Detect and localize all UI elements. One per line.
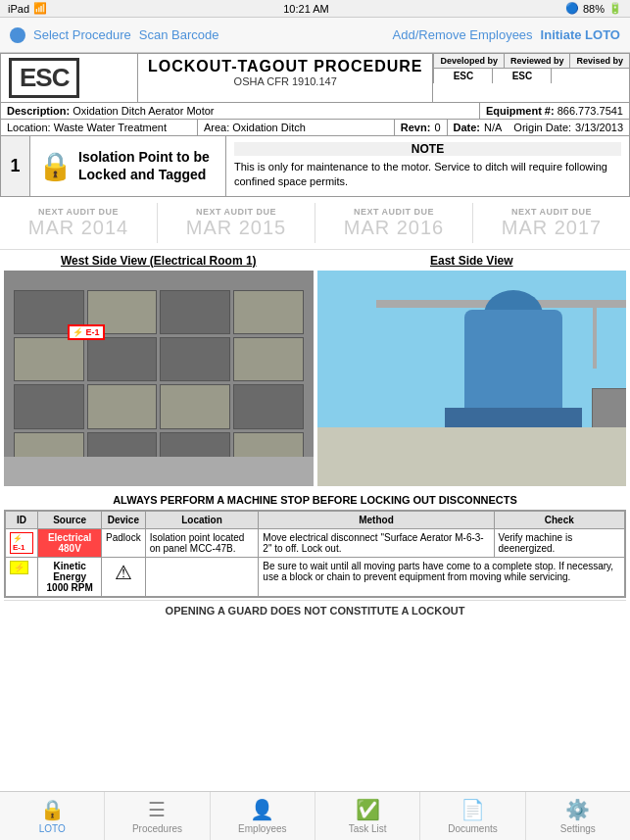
panel-unit	[87, 384, 158, 428]
revised-by-header: Revised by	[569, 54, 629, 69]
col-id: ID	[6, 511, 38, 528]
audit-cell-2: NEXT AUDIT DUE MAR 2015	[158, 203, 315, 243]
initiate-loto-button[interactable]: Initiate LOTO	[541, 27, 620, 42]
revised-by-value	[551, 69, 609, 83]
ipad-label: iPad	[8, 3, 29, 15]
description-label: Description:	[7, 105, 70, 117]
audit-label-1: NEXT AUDIT DUE	[4, 207, 153, 217]
panel-unit	[87, 337, 158, 381]
title-area: LOCKOUT-TAGOUT PROCEDURE OSHA CFR 1910.1…	[138, 54, 433, 102]
table-row: ⚡ E-1 Electrical 480V Padlock Isolation …	[6, 528, 625, 557]
lock-tag-icon: 🔒	[38, 150, 73, 182]
lightning-id-badge: ⚡	[10, 561, 28, 574]
equipment-cell: Equipment #: 866.773.7541	[480, 103, 629, 119]
date-value: N/A	[484, 122, 502, 133]
audit-dates-row: NEXT AUDIT DUE MAR 2014 NEXT AUDIT DUE M…	[0, 197, 630, 250]
panel-unit	[14, 337, 84, 381]
col-source: Source	[38, 511, 102, 528]
col-check: Check	[494, 511, 624, 528]
motor-ground	[317, 427, 627, 486]
row2-device: ⚠	[102, 557, 146, 596]
description-value: Oxidation Ditch Aerator Motor	[73, 105, 214, 117]
row1-id: ⚡ E-1	[6, 528, 38, 557]
col-location: Location	[145, 511, 259, 528]
battery-icon: 🔋	[608, 2, 622, 15]
west-image: ⚡ E-1	[4, 271, 314, 486]
audit-label-2: NEXT AUDIT DUE	[162, 207, 311, 217]
revn-label: Revn:	[401, 122, 431, 133]
date-cell: Date: N/A	[448, 120, 509, 135]
isolation-title: Isolation Point to be Locked and Tagged	[78, 148, 210, 183]
logo-area: ESC	[1, 54, 138, 102]
east-image	[317, 271, 627, 486]
location-label: Location:	[7, 122, 51, 133]
row2-method: Be sure to wait until all moving parts h…	[259, 557, 625, 596]
audit-cell-4: NEXT AUDIT DUE MAR 2017	[473, 203, 630, 243]
panel-unit	[233, 384, 304, 428]
note-label: NOTE	[234, 142, 621, 156]
row1-method: Move electrical disconnect "Surface Aera…	[259, 528, 494, 557]
info-row: Description: Oxidation Ditch Aerator Mot…	[1, 102, 629, 119]
logo-box: ESC	[9, 58, 79, 98]
row2-source: Kinetic Energy 1000 RPM	[38, 557, 102, 596]
audit-date-1: MAR 2014	[4, 217, 153, 239]
always-title: ALWAYS PERFORM A MACHINE STOP BEFORE LOC…	[4, 494, 626, 506]
area-cell: Area: Oxidation Ditch	[198, 120, 395, 135]
info-icon[interactable]: i	[10, 27, 25, 43]
panel-grid	[14, 290, 304, 476]
area-label: Area:	[204, 122, 229, 133]
panel-unit	[160, 337, 230, 381]
developed-by-value: ESC	[433, 69, 492, 83]
images-row: West Side View (Electrical Room 1)	[4, 254, 626, 486]
lockout-table: ID Source Device Location Method Check ⚡…	[5, 511, 625, 597]
bluetooth-icon: 🔵	[565, 2, 579, 15]
panel-unit	[14, 384, 84, 428]
reviewed-by-value: ESC	[492, 69, 551, 83]
panel-unit	[160, 384, 230, 428]
sub-title: OSHA CFR 1910.147	[142, 75, 428, 87]
audit-date-4: MAR 2017	[477, 217, 626, 239]
motor-base	[445, 408, 582, 427]
motor-post	[593, 300, 597, 369]
col-device: Device	[102, 511, 146, 528]
procedure-table: ID Source Device Location Method Check ⚡…	[4, 510, 626, 598]
origin-cell: Origin Date: 3/13/2013	[508, 120, 629, 135]
row1-source: Electrical 480V	[38, 528, 102, 557]
isolation-row: 1 🔒 Isolation Point to be Locked and Tag…	[0, 136, 630, 197]
nav-bar: i Select Procedure Scan Barcode Add/Remo…	[0, 18, 630, 53]
revn-value: 0	[434, 122, 440, 133]
panel-unit	[233, 337, 304, 381]
wifi-icon: 📶	[33, 2, 47, 15]
description-cell: Description: Oxidation Ditch Aerator Mot…	[1, 103, 480, 119]
table-row: ⚡ Kinetic Energy 1000 RPM ⚠ Be sure to w…	[6, 557, 625, 596]
e1-badge-image: ⚡ E-1	[68, 324, 105, 340]
add-remove-employees-link[interactable]: Add/Remove Employees	[393, 27, 533, 42]
east-image-col: East Side View	[317, 254, 627, 486]
location-value: Waste Water Treatment	[54, 122, 167, 133]
revn-cell: Revn: 0	[395, 120, 448, 135]
panel-unit	[160, 290, 230, 334]
west-image-title: West Side View (Electrical Room 1)	[4, 254, 314, 268]
origin-value: 3/13/2013	[575, 122, 623, 133]
e1-id-badge: ⚡ E-1	[10, 532, 33, 554]
scan-barcode-link[interactable]: Scan Barcode	[139, 27, 219, 42]
row1-check: Verify machine is deenergized.	[494, 528, 624, 557]
isolation-number: 1	[1, 136, 30, 196]
west-image-col: West Side View (Electrical Room 1)	[4, 254, 314, 486]
panel-floor	[4, 457, 314, 486]
audit-label-3: NEXT AUDIT DUE	[319, 207, 468, 217]
isolation-icon-title: 🔒 Isolation Point to be Locked and Tagge…	[30, 136, 226, 196]
select-procedure-link[interactable]: Select Procedure	[33, 27, 131, 42]
equipment-value: 866.773.7541	[557, 105, 623, 117]
time-display: 10:21 AM	[283, 3, 328, 15]
status-bar: iPad 📶 10:21 AM 🔵 88% 🔋	[0, 0, 630, 18]
images-section: West Side View (Electrical Room 1)	[0, 250, 630, 490]
panel-unit	[233, 290, 304, 334]
row1-device: Padlock	[102, 528, 146, 557]
audit-cell-1: NEXT AUDIT DUE MAR 2014	[0, 203, 158, 243]
audit-label-4: NEXT AUDIT DUE	[477, 207, 626, 217]
col-method: Method	[259, 511, 494, 528]
location-row: Location: Waste Water Treatment Area: Ox…	[1, 119, 629, 135]
note-text: This is only for maintenance to the moto…	[234, 160, 621, 190]
table-header-row: ID Source Device Location Method Check	[6, 511, 625, 528]
